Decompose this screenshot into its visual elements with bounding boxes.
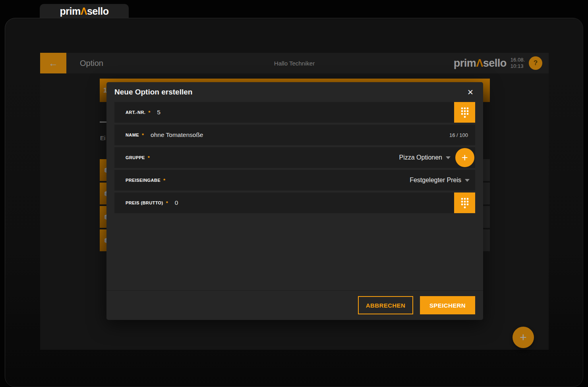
dialpad-icon [460,197,469,209]
gruppe-selected-value: Pizza Optionen [399,154,442,161]
logo-accent: Λ [81,6,87,17]
logo-prefix: prim [60,6,81,17]
required-asterisk: * [148,110,150,116]
modal-title: Neue Option erstellen [114,88,192,96]
keypad-button[interactable] [454,102,475,123]
field-label: NAME [126,133,139,137]
modal-footer: ABBRECHEN SPEICHERN [106,290,483,320]
dialpad-icon [460,107,469,118]
field-label: ART.-NR. [126,110,145,115]
char-counter: 16 / 100 [449,132,468,138]
field-label: PREIS (BRUTTO) [126,200,163,205]
cancel-button[interactable]: ABBRECHEN [358,296,413,314]
app-logo-tab: primΛsello [40,4,129,18]
logo-suffix: sello [87,6,108,17]
preiseingabe-select[interactable]: Festgelegter Preis [410,177,470,184]
modal-titlebar: Neue Option erstellen ✕ [106,82,483,102]
primasello-logo: primΛsello [60,6,109,17]
field-row-name[interactable]: NAME * ohne Tomatensoße 16 / 100 [114,125,475,145]
name-value: ohne Tomatensoße [151,131,203,139]
chevron-down-icon [446,156,451,159]
chevron-down-icon [465,179,470,182]
preis-value: 0 [175,199,178,206]
new-option-modal: Neue Option erstellen ✕ ART.-NR. * 5 [106,82,483,320]
field-row-gruppe[interactable]: GRUPPE * Pizza Optionen + [114,147,475,168]
required-asterisk: * [148,155,150,161]
artnr-value: 5 [157,109,161,116]
required-asterisk: * [166,200,168,206]
keypad-button[interactable] [454,193,475,213]
stage: primΛsello ← Option Hallo Techniker prim… [0,0,588,387]
preiseingabe-selected-value: Festgelegter Preis [410,177,461,184]
close-button[interactable]: ✕ [466,88,475,97]
field-row-preis-brutto[interactable]: PREIS (BRUTTO) * 0 [114,193,475,213]
field-row-preiseingabe[interactable]: PREISEINGABE * Festgelegter Preis [114,170,475,191]
field-label: PREISEINGABE [126,178,161,183]
required-asterisk: * [142,132,144,138]
close-icon: ✕ [467,88,474,96]
modal-form: ART.-NR. * 5 NAME [106,102,483,213]
gruppe-select[interactable]: Pizza Optionen [399,154,451,161]
required-asterisk: * [163,177,165,183]
add-group-button[interactable]: + [455,148,474,167]
save-button[interactable]: SPEICHERN [420,296,475,314]
plus-icon: + [462,152,468,163]
field-label: GRUPPE [126,155,145,160]
field-row-artnr[interactable]: ART.-NR. * 5 [114,102,475,123]
